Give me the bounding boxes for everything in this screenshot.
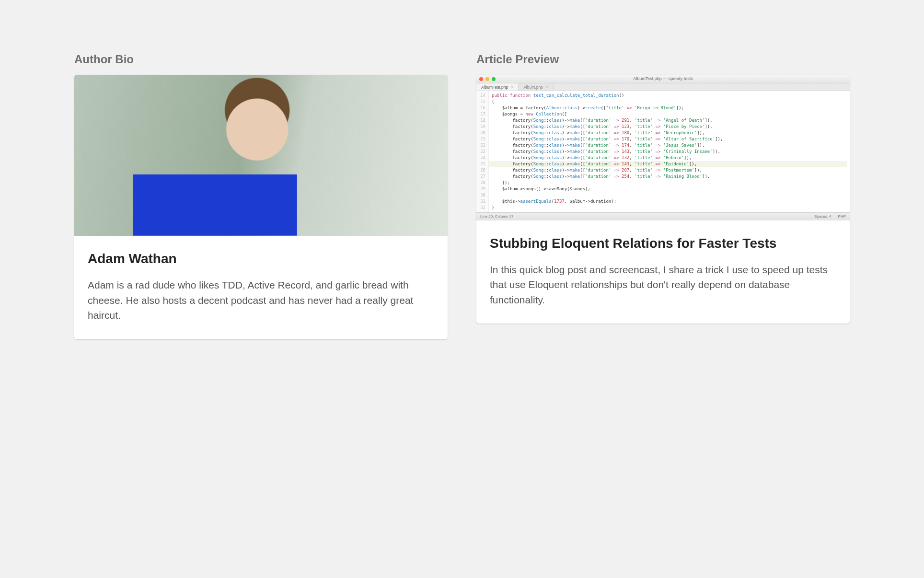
editor-titlebar: AlbumTest.php — speedy-tests	[476, 75, 850, 83]
editor-tab-inactive-label: Album.php	[523, 84, 543, 90]
editor-status-cursor: Line 25, Column 17	[480, 214, 513, 220]
author-bio-text: Adam is a rad dude who likes TDD, Active…	[88, 277, 434, 323]
article-preview-card: AlbumTest.php — speedy-tests AlbumTest.p…	[476, 75, 850, 324]
author-bio-heading: Author Bio	[74, 53, 448, 66]
editor-tabs: AlbumTest.php × Album.php ×	[476, 83, 850, 91]
article-preview-body: Stubbing Eloquent Relations for Faster T…	[476, 220, 850, 324]
author-photo	[74, 75, 448, 236]
article-excerpt: In this quick blog post and screencast, …	[490, 262, 836, 308]
author-bio-card: Adam Wathan Adam is a rad dude who likes…	[74, 75, 448, 339]
traffic-light-zoom-icon	[492, 77, 496, 81]
traffic-light-minimize-icon	[485, 77, 489, 81]
article-title: Stubbing Eloquent Relations for Faster T…	[490, 235, 836, 252]
article-preview-column: Article Preview AlbumTest.php — speedy-t…	[476, 53, 850, 324]
close-icon: ×	[511, 84, 513, 90]
traffic-light-close-icon	[479, 77, 483, 81]
editor-tab-active: AlbumTest.php ×	[476, 83, 519, 91]
editor-gutter: 14151617181920212223242526272829303132	[476, 91, 489, 212]
author-bio-column: Author Bio Adam Wathan Adam is a rad dud…	[74, 53, 448, 339]
author-name: Adam Wathan	[88, 250, 434, 267]
editor-window-title: AlbumTest.php — speedy-tests	[476, 76, 850, 82]
code-editor-screenshot: AlbumTest.php — speedy-tests AlbumTest.p…	[476, 75, 850, 220]
close-icon: ×	[546, 84, 548, 90]
editor-code: public function test_can_calculate_total…	[489, 91, 850, 212]
editor-tab-active-label: AlbumTest.php	[481, 84, 508, 90]
editor-tab-inactive: Album.php ×	[519, 83, 554, 91]
article-preview-heading: Article Preview	[476, 53, 850, 66]
editor-body: 14151617181920212223242526272829303132 p…	[476, 91, 850, 212]
editor-status-spaces: Spaces: 4	[814, 214, 832, 220]
editor-status-bar: Line 25, Column 17 Spaces: 4 PHP	[476, 212, 850, 220]
editor-status-lang: PHP	[838, 214, 846, 220]
author-bio-body: Adam Wathan Adam is a rad dude who likes…	[74, 236, 448, 339]
